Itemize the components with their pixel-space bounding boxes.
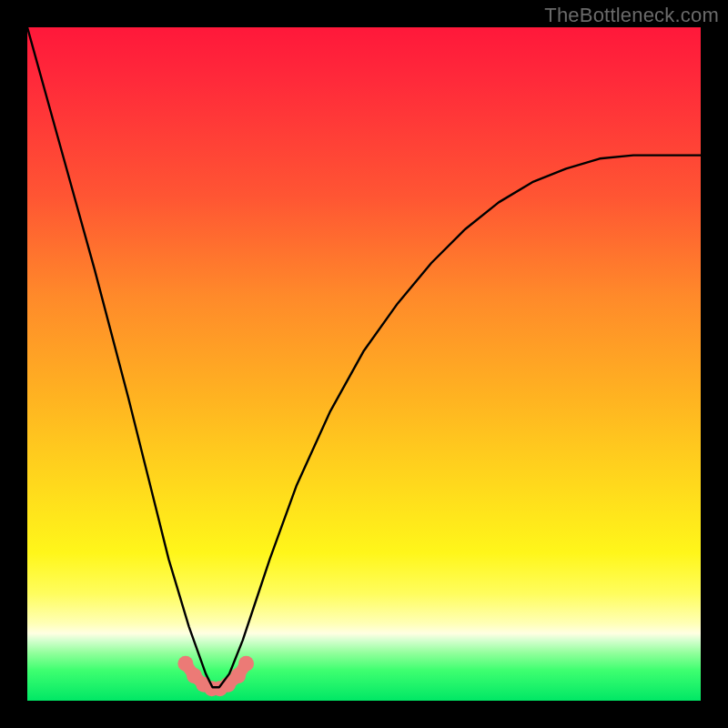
- highlight-marker: [238, 656, 254, 672]
- watermark-text: TheBottleneck.com: [544, 4, 719, 27]
- bottleneck-curve: [27, 27, 701, 687]
- highlight-markers-dots: [177, 656, 254, 696]
- plot-area: [27, 27, 701, 701]
- chart-stage: TheBottleneck.com: [0, 0, 728, 728]
- chart-svg: [27, 27, 701, 701]
